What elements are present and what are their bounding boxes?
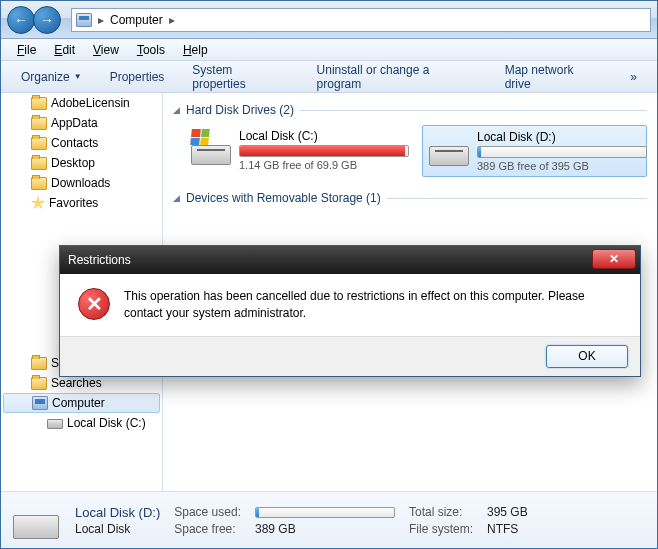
filesystem-value: NTFS: [487, 522, 528, 536]
breadcrumb-separator: ▸: [98, 13, 104, 27]
tree-item-local-disk-c[interactable]: Local Disk (C:): [1, 413, 162, 433]
dialog-message: This operation has been cancelled due to…: [124, 288, 622, 322]
uninstall-button[interactable]: Uninstall or change a program: [305, 59, 489, 95]
computer-icon: [32, 396, 48, 410]
folder-icon: [31, 177, 47, 190]
chevron-down-icon: ▼: [74, 72, 82, 81]
folder-icon: [31, 137, 47, 150]
collapse-icon: ◢: [173, 105, 180, 115]
section-removable-storage[interactable]: ◢ Devices with Removable Storage (1): [173, 191, 647, 205]
toolbar-overflow[interactable]: »: [618, 66, 649, 88]
tree-item-adobelicensing[interactable]: AdobeLicensin: [1, 93, 162, 113]
total-size-value: 395 GB: [487, 505, 528, 519]
folder-icon: [31, 97, 47, 110]
star-icon: [31, 196, 45, 210]
details-pane: Local Disk (D:) Space used: Total size: …: [1, 491, 657, 548]
dialog-title: Restrictions: [68, 253, 131, 267]
close-icon: ✕: [609, 252, 619, 266]
computer-icon: [76, 13, 92, 27]
ok-button[interactable]: OK: [546, 345, 628, 368]
folder-icon: [31, 377, 47, 390]
menu-help[interactable]: Help: [175, 41, 216, 59]
restrictions-dialog: Restrictions ✕ ✕ This operation has been…: [59, 245, 641, 377]
total-size-label: Total size:: [409, 505, 473, 519]
capacity-bar: [239, 145, 409, 157]
command-bar: Organize▼ Properties System properties U…: [1, 61, 657, 93]
capacity-bar: [477, 146, 647, 158]
drive-free-text: 389 GB free of 395 GB: [477, 160, 647, 172]
menu-view[interactable]: View: [85, 41, 127, 59]
drive-local-disk-d[interactable]: Local Disk (D:) 389 GB free of 395 GB: [422, 125, 647, 177]
drive-label: Local Disk (D:): [477, 130, 647, 144]
tree-item-contacts[interactable]: Contacts: [1, 133, 162, 153]
drive-local-disk-c[interactable]: Local Disk (C:) 1.14 GB free of 69.9 GB: [185, 125, 410, 177]
filesystem-label: File system:: [409, 522, 473, 536]
tree-item-desktop[interactable]: Desktop: [1, 153, 162, 173]
drive-icon: [47, 419, 63, 429]
drive-icon: [429, 130, 469, 166]
properties-button[interactable]: Properties: [98, 66, 177, 88]
drive-label: Local Disk (C:): [239, 129, 409, 143]
back-button[interactable]: ←: [7, 6, 35, 34]
menu-edit[interactable]: Edit: [46, 41, 83, 59]
section-hard-disk-drives[interactable]: ◢ Hard Disk Drives (2): [173, 103, 647, 117]
space-free-label: Space free:: [174, 522, 241, 536]
details-title: Local Disk (D:): [75, 505, 160, 520]
system-properties-button[interactable]: System properties: [180, 59, 300, 95]
tree-item-computer[interactable]: Computer: [3, 393, 160, 413]
navigation-bar: ← → ▸ Computer ▸: [1, 1, 657, 39]
dialog-titlebar[interactable]: Restrictions ✕: [60, 246, 640, 274]
close-button[interactable]: ✕: [592, 249, 636, 269]
tree-item-appdata[interactable]: AppData: [1, 113, 162, 133]
tree-item-downloads[interactable]: Downloads: [1, 173, 162, 193]
address-bar[interactable]: ▸ Computer ▸: [71, 8, 651, 32]
folder-icon: [31, 157, 47, 170]
map-drive-button[interactable]: Map network drive: [493, 59, 615, 95]
menu-file[interactable]: File: [9, 41, 44, 59]
space-used-label: Space used:: [174, 505, 241, 519]
drive-icon: [13, 501, 59, 539]
organize-button[interactable]: Organize▼: [9, 66, 94, 88]
windows-logo-icon: [190, 129, 210, 145]
forward-button[interactable]: →: [33, 6, 61, 34]
folder-icon: [31, 117, 47, 130]
tree-item-favorites[interactable]: Favorites: [1, 193, 162, 213]
space-free-value: 389 GB: [255, 522, 395, 536]
space-used-bar: [255, 507, 395, 518]
drive-icon: [191, 129, 231, 165]
collapse-icon: ◢: [173, 193, 180, 203]
breadcrumb-separator: ▸: [169, 13, 175, 27]
details-subtitle: Local Disk: [75, 522, 160, 536]
menu-tools[interactable]: Tools: [129, 41, 173, 59]
error-icon: ✕: [78, 288, 110, 320]
breadcrumb-location[interactable]: Computer: [110, 13, 163, 27]
drive-free-text: 1.14 GB free of 69.9 GB: [239, 159, 409, 171]
folder-icon: [31, 357, 47, 370]
